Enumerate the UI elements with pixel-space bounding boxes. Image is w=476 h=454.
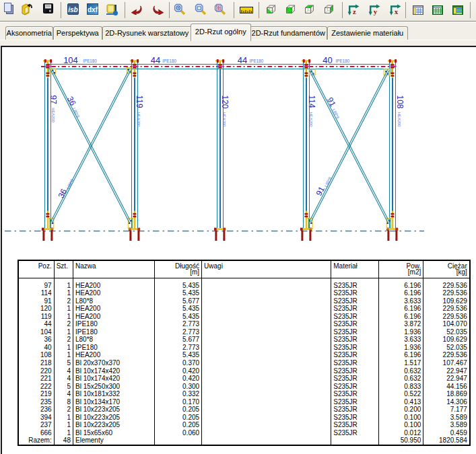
- svg-text:L80*8: L80*8: [332, 108, 341, 120]
- svg-text:44: 44: [151, 55, 160, 65]
- svg-text:IPE180: IPE180: [162, 59, 176, 63]
- svg-text:L80*8: L80*8: [66, 178, 75, 190]
- svg-text:IPE180: IPE180: [250, 59, 264, 63]
- svg-text:IPE180: IPE180: [336, 59, 350, 63]
- svg-text:104: 104: [63, 55, 78, 65]
- svg-text:HEA200: HEA200: [51, 108, 55, 122]
- svg-text:HEA200: HEA200: [309, 112, 313, 127]
- svg-text:120: 120: [220, 96, 230, 109]
- svg-text:36: 36: [65, 95, 78, 108]
- svg-text:L80*8: L80*8: [324, 176, 333, 188]
- svg-text:HEA200: HEA200: [397, 112, 401, 127]
- svg-text:97: 97: [48, 96, 58, 105]
- svg-text:119: 119: [135, 96, 144, 108]
- svg-text:HEA200: HEA200: [222, 112, 226, 127]
- svg-text:HEA200: HEA200: [137, 112, 141, 127]
- svg-text:44: 44: [238, 55, 247, 65]
- svg-text:IPE180: IPE180: [83, 59, 97, 63]
- svg-text:114: 114: [307, 96, 316, 108]
- svg-text:91: 91: [325, 96, 338, 108]
- svg-text:40: 40: [322, 55, 332, 65]
- svg-text:108: 108: [395, 96, 405, 109]
